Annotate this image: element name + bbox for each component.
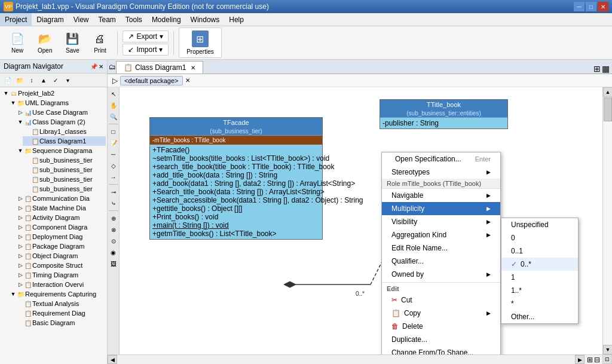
expander-sbt3[interactable] xyxy=(24,176,31,183)
nav-pin-icon[interactable]: 📌 xyxy=(90,63,97,70)
attr-tfacade-6[interactable]: +Search_accessible_book(data1 : String [… xyxy=(152,196,320,204)
submenu-unspecified[interactable]: Unspecified xyxy=(501,218,578,231)
palette-tool3[interactable]: ⊙ xyxy=(108,235,119,246)
print-button[interactable]: 🖨 Print xyxy=(87,29,112,57)
tab-close-icon[interactable]: ✕ xyxy=(191,65,195,71)
scroll-down-btn[interactable]: ▼ xyxy=(603,345,612,354)
palette-hand[interactable]: ✋ xyxy=(108,100,119,111)
menu-windows[interactable]: Windows xyxy=(186,13,225,26)
properties-button[interactable]: ⊞ Properties xyxy=(179,27,222,58)
expander-sbt2[interactable] xyxy=(24,166,31,173)
tree-item-activity[interactable]: ▷ 📋 Activity Diagram xyxy=(16,213,106,222)
submenu-one[interactable]: 1 xyxy=(501,271,578,284)
submenu-zero-one[interactable]: 0..1 xyxy=(501,244,578,258)
menu-team[interactable]: Team xyxy=(94,13,121,26)
attr-tfacade-2[interactable]: +search_title_book(title_book : TTitle_b… xyxy=(152,163,320,171)
save-button[interactable]: 💾 Save xyxy=(60,29,85,57)
expander-package[interactable]: ▷ xyxy=(17,243,24,250)
expander-projekt[interactable]: ▼ xyxy=(2,90,10,97)
palette-dashed[interactable]: ⤷ xyxy=(108,198,119,209)
nav-folder-btn[interactable]: 📁 xyxy=(14,75,25,85)
palette-tool4[interactable]: ◉ xyxy=(108,247,119,258)
open-button[interactable]: 📂 Open xyxy=(32,29,57,57)
scroll-track[interactable] xyxy=(603,97,612,345)
import-button[interactable]: ↙ Import ▾ xyxy=(123,44,169,56)
palette-arrow[interactable]: → xyxy=(108,172,119,182)
submenu-zero-star[interactable]: ✓ 0..* xyxy=(501,258,578,271)
palette-zoom[interactable]: 🔍 xyxy=(108,111,119,122)
expander-usecase[interactable]: ▷ xyxy=(17,109,24,116)
attr-tfacade-7[interactable]: +gettitle_books() : Object [][] xyxy=(152,204,320,213)
palette-select[interactable]: ↖ xyxy=(108,88,119,99)
scroll-left-btn[interactable]: ◀ xyxy=(108,355,117,364)
nav-check-btn[interactable]: ✓ xyxy=(50,75,61,85)
palette-diamond[interactable]: ◇ xyxy=(108,160,119,171)
expander-activity[interactable]: ▷ xyxy=(17,214,24,221)
maximize-button[interactable]: □ xyxy=(586,2,596,11)
palette-assoc[interactable]: ─ xyxy=(108,149,119,160)
class-tfacade[interactable]: TFacade (sub_business_tier) -mTitle_book… xyxy=(149,117,323,240)
ctx-multiplicity[interactable]: Multiplicity ▶ xyxy=(382,202,500,215)
new-button[interactable]: 📄 New xyxy=(5,29,30,57)
palette-class[interactable]: □ xyxy=(108,126,119,137)
expander-classdiag1[interactable] xyxy=(24,137,31,145)
menu-tools[interactable]: Tools xyxy=(121,13,147,26)
attr-tfacade-9[interactable]: +main(t : String []) : void xyxy=(152,221,320,230)
nav-close-icon[interactable]: ✕ xyxy=(99,63,103,70)
tree-item-sbt2[interactable]: 📋 sub_business_tier xyxy=(23,165,106,175)
ctx-aggregation[interactable]: Aggregation Kind ▶ xyxy=(382,228,500,241)
nav-new-btn[interactable]: 📄 xyxy=(2,75,13,85)
attr-tfacade-3[interactable]: +add_title_book(data : String []) : Stri… xyxy=(152,171,320,179)
scroll-up-btn[interactable]: ▲ xyxy=(603,87,612,97)
expander-libray1[interactable] xyxy=(24,128,31,135)
expander-component[interactable]: ▷ xyxy=(17,224,24,231)
tree-item-uml[interactable]: ▼ 📁 UML Diagrams xyxy=(8,98,106,108)
tree-item-classdiag2[interactable]: ▼ 📊 Class Diagram (2) xyxy=(16,117,106,127)
tree-item-sbt1[interactable]: 📋 sub_business_tier xyxy=(23,155,106,165)
tree-item-usecase[interactable]: ▷ 📊 Use Case Diagram xyxy=(16,108,106,117)
ctx-edit-role[interactable]: Edit Role Name... xyxy=(382,241,500,255)
tree-item-textual[interactable]: 📋 Textual Analysis xyxy=(16,299,106,308)
menu-modeling[interactable]: Modeling xyxy=(147,13,186,26)
expander-composite[interactable]: ▷ xyxy=(17,262,24,269)
tree-item-reqdiag[interactable]: 📋 Requirement Diag xyxy=(16,308,106,318)
tab-class-diagram1[interactable]: 📋 Class Diagram1 ✕ xyxy=(116,61,203,74)
attr-tfacade-8[interactable]: +Print_books() : void xyxy=(152,213,320,221)
expander-interaction[interactable]: ▷ xyxy=(17,281,24,288)
palette-tool2[interactable]: ⊗ xyxy=(108,224,119,235)
expander-textual[interactable] xyxy=(17,300,24,307)
nav-up-btn[interactable]: ▲ xyxy=(38,75,49,85)
attr-tfacade-4[interactable]: +add_book(data1 : String [], data2 : Str… xyxy=(152,179,320,188)
diagram-grid-icon[interactable]: ⊞ xyxy=(593,64,601,74)
attr-tfacade-5[interactable]: +Search_title_book(data : String []) : A… xyxy=(152,188,320,196)
ctx-copy[interactable]: 📋 Copy ▶ xyxy=(382,307,500,320)
breadcrumb-close-icon[interactable]: ✕ xyxy=(185,77,190,84)
tree-item-statemachine[interactable]: ▷ 📋 State Machine Dia xyxy=(16,203,106,213)
ctx-duplicate[interactable]: Duplicate... xyxy=(382,333,500,346)
tree-item-sbt3[interactable]: 📋 sub_business_tier xyxy=(23,175,106,184)
tree-item-sbt4[interactable]: 📋 sub_business_tier xyxy=(23,184,106,194)
expander-statemachine[interactable]: ▷ xyxy=(17,204,24,212)
tree-item-timing[interactable]: ▷ 📋 Timing Diagram xyxy=(16,270,106,280)
status-icon1[interactable]: ⊞ xyxy=(587,356,593,364)
corner-btn[interactable]: ⊡ xyxy=(602,354,612,364)
close-button[interactable]: ✕ xyxy=(598,2,608,11)
scroll-thumb[interactable] xyxy=(604,97,612,121)
submenu-one-star[interactable]: 1..* xyxy=(501,284,578,297)
attr-tfacade-0[interactable]: +TFacade() xyxy=(152,146,320,154)
expander-communication[interactable]: ▷ xyxy=(17,195,24,202)
palette-image[interactable]: 🖼 xyxy=(108,258,119,269)
tree-item-req[interactable]: ▼ 📁 Requirements Capturing xyxy=(8,289,106,299)
tree-item-classdiag1[interactable]: 📋 Class Diagram1 xyxy=(23,136,106,146)
tree-item-basicdiag[interactable]: 📋 Basic Diagram xyxy=(16,318,106,328)
diagram-panel-icon[interactable]: ▦ xyxy=(602,64,610,74)
expander-sequence[interactable]: ▼ xyxy=(17,147,24,154)
expander-timing[interactable]: ▷ xyxy=(17,271,24,279)
class-ttitle-book[interactable]: TTitle_book (sub_business_tier::entities… xyxy=(380,99,508,129)
ctx-stereotypes[interactable]: Stereotypes ▶ xyxy=(382,166,500,179)
attr-tfacade-1[interactable]: ~setmTitle_books(title_books : List<TTit… xyxy=(152,154,320,163)
ctx-visibility[interactable]: Visibility ▶ xyxy=(382,215,500,228)
class-tfacade-selected-attr[interactable]: -mTitle_books : TTitle_book xyxy=(150,136,322,145)
expander-sbt4[interactable] xyxy=(24,185,31,192)
nav-down-arrow-btn[interactable]: ▾ xyxy=(62,75,73,85)
